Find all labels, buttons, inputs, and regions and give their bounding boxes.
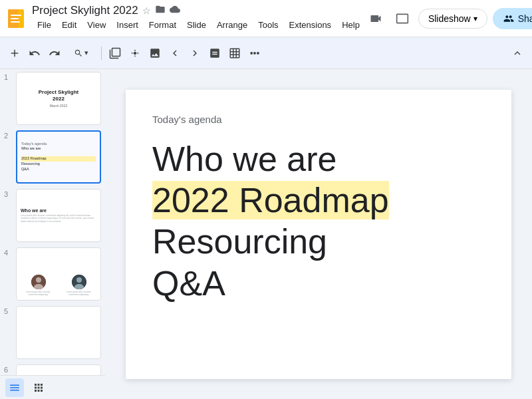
collapse-toolbar[interactable] — [508, 44, 527, 63]
person-2-desc: Lorem ipsum dolor sit amet, consectetur … — [61, 291, 96, 296]
slide-thumb-6[interactable] — [16, 364, 101, 375]
slide-item-4[interactable]: 4 Lorem ipsum dolor sit amet, consectetu… — [0, 245, 105, 303]
right-controls: Slideshow ▾ Share — [365, 8, 532, 29]
slide-thumb-5[interactable] — [16, 306, 101, 359]
cloud-icon[interactable] — [170, 4, 180, 17]
slide-item-1[interactable]: 1 Project Skylight2022 March 2022 — [0, 69, 105, 128]
menu-help[interactable]: Help — [336, 17, 365, 33]
svg-point-8 — [134, 51, 137, 55]
agenda-item-2: 2022 Roadmap — [152, 180, 485, 221]
list-view-button[interactable] — [5, 378, 24, 397]
more-tools[interactable]: ••• — [245, 44, 264, 63]
main-area: 1 Project Skylight2022 March 2022 2 Toda… — [0, 69, 532, 399]
menu-view[interactable]: View — [82, 17, 111, 33]
share-button[interactable]: Share — [493, 8, 532, 29]
doc-title[interactable]: Project Skylight 2022 — [32, 4, 138, 17]
slide-number-5: 5 — [4, 306, 12, 315]
slide-subtitle: Today's agenda — [152, 114, 485, 125]
menu-extensions[interactable]: Extensions — [284, 17, 337, 33]
next-slide-tool[interactable] — [186, 44, 204, 63]
present-button[interactable] — [392, 8, 413, 29]
person-1-desc: Lorem ipsum dolor sit amet, consectetur … — [21, 291, 56, 296]
menu-slide[interactable]: Slide — [182, 17, 211, 33]
image-tool[interactable] — [146, 44, 164, 63]
slide-2-title: Today's agenda — [21, 142, 96, 146]
camera-button[interactable] — [365, 8, 386, 29]
slide-number-1: 1 — [4, 72, 12, 81]
agenda-item-3: Resourcing — [152, 221, 485, 262]
grid-view-button[interactable] — [29, 378, 48, 397]
slide-1-title: Project Skylight2022 — [39, 89, 78, 103]
title-area: Project Skylight 2022 ☆ File Edit View I… — [32, 4, 365, 33]
add-tool[interactable] — [5, 44, 24, 63]
menu-edit[interactable]: Edit — [57, 17, 82, 33]
slide-item-2[interactable]: 2 Today's agenda Who we are 2022 Roadmap… — [0, 128, 105, 186]
insert-image-tool[interactable] — [205, 44, 224, 63]
slideshow-label: Slideshow — [428, 13, 471, 24]
svg-rect-4 — [11, 21, 20, 23]
slide-1-date: March 2022 — [50, 104, 67, 108]
slide-2-item-1: Who we are — [21, 146, 96, 152]
slide-number-4: 4 — [4, 247, 12, 257]
slide-item-5[interactable]: 5 — [0, 303, 105, 362]
slides-app-icon — [5, 8, 27, 29]
zoom-tool[interactable]: ▾ — [65, 44, 97, 63]
slide-item-3[interactable]: 3 Who we are Lorem ipsum dolor sit amet,… — [0, 186, 105, 245]
slide-2-item-3: Resourcing — [21, 162, 96, 167]
slide-number-3: 3 — [4, 189, 12, 198]
separator-1 — [101, 47, 102, 60]
menu-insert[interactable]: Insert — [111, 17, 144, 33]
menu-format[interactable]: Format — [144, 17, 182, 33]
svg-rect-2 — [11, 15, 21, 16]
canvas-area: Today's agenda Who we are 2022 Roadmap R… — [105, 69, 532, 399]
svg-point-13 — [76, 277, 82, 283]
slide-item-6[interactable]: 6 — [0, 362, 105, 375]
slides-panel: 1 Project Skylight2022 March 2022 2 Toda… — [0, 69, 105, 375]
table-tool[interactable] — [225, 44, 244, 63]
slide-number-6: 6 — [4, 364, 12, 374]
topbar: Project Skylight 2022 ☆ File Edit View I… — [0, 0, 532, 37]
slide-thumb-4[interactable]: Lorem ipsum dolor sit amet, consectetur … — [16, 247, 101, 301]
toolbar: ▾ ••• — [0, 37, 532, 69]
agenda-item-1: Who we are — [152, 138, 485, 180]
bottom-navigation — [0, 375, 105, 399]
slideshow-chevron: ▾ — [473, 14, 477, 23]
slide-3-title: Who we are — [21, 208, 47, 213]
select-tool[interactable] — [106, 44, 124, 63]
slide-thumb-1[interactable]: Project Skylight2022 March 2022 — [16, 72, 101, 125]
slide-2-item-4: Q&A — [21, 167, 96, 172]
slide-number-2: 2 — [4, 130, 12, 140]
svg-rect-3 — [11, 18, 19, 19]
slide-3-lorem: Lorem ipsum dolor sit amet, consectetur … — [21, 214, 96, 223]
slide-2-item-2: 2022 Roadmap — [21, 156, 96, 162]
folder-icon[interactable] — [155, 4, 166, 17]
prev-slide-tool[interactable] — [166, 44, 184, 63]
menu-arrange[interactable]: Arrange — [211, 17, 253, 33]
slide-thumb-3[interactable]: Who we are Lorem ipsum dolor sit amet, c… — [16, 189, 101, 242]
menu-tools[interactable]: Tools — [253, 17, 283, 33]
move-tool[interactable] — [126, 44, 144, 63]
avatar-circle-1 — [31, 275, 46, 289]
star-icon[interactable]: ☆ — [142, 5, 151, 16]
avatar-circle-2 — [72, 275, 86, 289]
redo-tool[interactable] — [45, 44, 64, 63]
menu-bar: File Edit View Insert Format Slide Arran… — [32, 17, 365, 33]
slide-canvas[interactable]: Today's agenda Who we are 2022 Roadmap R… — [126, 90, 511, 379]
agenda-item-4: Q&A — [152, 263, 485, 304]
svg-point-10 — [36, 277, 41, 283]
share-label: Share — [518, 13, 532, 24]
agenda-list: Who we are 2022 Roadmap Resourcing Q&A — [152, 138, 485, 305]
slide-thumb-2[interactable]: Today's agenda Who we are 2022 Roadmap R… — [16, 130, 101, 184]
slides-panel-wrapper: 1 Project Skylight2022 March 2022 2 Toda… — [0, 69, 105, 399]
undo-tool[interactable] — [25, 44, 44, 63]
slideshow-button[interactable]: Slideshow ▾ — [418, 9, 487, 29]
menu-file[interactable]: File — [32, 17, 57, 33]
